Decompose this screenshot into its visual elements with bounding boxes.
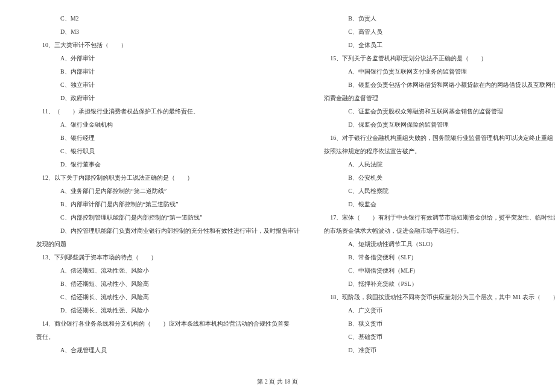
- option-b: B、狭义货币: [324, 317, 555, 330]
- page-container: C、M2 D、M3 10、三大类审计不包括（ ） A、外部审计 B、内部审计 C…: [0, 12, 555, 365]
- option-c: C、高管人员: [324, 25, 555, 39]
- option-b: B、银行经理: [36, 131, 300, 145]
- question-15: 15、下列关于各监管机构职责划分说法不正确的是（ ）: [324, 52, 555, 65]
- option-b-cont: 消费金融的监督管理: [324, 92, 555, 105]
- option-b: B、偿还期短、流动性小、风险高: [36, 277, 300, 291]
- option-c: C、银行职员: [36, 145, 300, 158]
- option-c: C、证监会负责股权众筹融资和互联网基金销售的监督管理: [324, 105, 555, 118]
- option-a: A、人民法院: [324, 158, 555, 171]
- option-d: D、银监会: [324, 198, 555, 211]
- question-13: 13、下列哪些属于资本市场的特点（ ）: [36, 251, 300, 264]
- option-a: A、中国银行负责互联网支付业务的监督管理: [324, 65, 555, 78]
- right-column: B、负责人 C、高管人员 D、全体员工 15、下列关于各监管机构职责划分说法不正…: [312, 12, 555, 365]
- option-d: D、保监会负责互联网保险的监督管理: [324, 118, 555, 131]
- question-10: 10、三大类审计不包括（ ）: [36, 39, 300, 52]
- option-c: C、基础货币: [324, 330, 555, 344]
- option-b: B、银监会负责包括个体网络借贷和网络小额贷款在内的网络借贷以及互联网信托和互联网: [324, 78, 555, 92]
- page-footer: 第 2 页 共 18 页: [0, 378, 555, 386]
- option-a: A、业务部门是内部控制的“第二道防线”: [36, 185, 300, 198]
- option-a: A、偿还期短、流动性强、风险小: [36, 264, 300, 277]
- option-a: A、银行业金融机构: [36, 118, 300, 131]
- option-b: B、公安机关: [324, 171, 555, 185]
- option-c: C、M2: [36, 12, 300, 25]
- question-18: 18、现阶段，我国按流动性不同将货币供应量划分为三个层次，其中 M1 表示（ ）: [324, 291, 555, 304]
- option-d: D、全体员工: [324, 39, 555, 52]
- question-11: 11、（ ）承担银行业消费者权益保护工作的最终责任。: [36, 105, 300, 118]
- left-column: C、M2 D、M3 10、三大类审计不包括（ ） A、外部审计 B、内部审计 C…: [24, 12, 312, 365]
- option-c: C、内部控制管理职能部门是内部控制的“第一道防线”: [36, 211, 300, 224]
- question-17: 17、宋体（ ）有利于中央银行有效调节市场短期资金供给，熨平突发性、临时性因素导…: [324, 211, 555, 224]
- option-d-cont: 发现的问题: [36, 238, 300, 251]
- option-a: A、广义货币: [324, 304, 555, 317]
- option-d: D、政府审计: [36, 92, 300, 105]
- option-b: B、内部审计部门是内部控制的“第三道防线”: [36, 198, 300, 211]
- question-16: 16、对于银行业金融机构重组失败的，国务院银行业监督管理机构可以决定终止重组，由…: [324, 131, 555, 145]
- question-12: 12、以下关于内部控制的职责分工说法正确的是（ ）: [36, 171, 300, 185]
- option-d: D、偿还期长、流动性强、风险小: [36, 304, 300, 317]
- question-16-cont: 按照法律规定的程序依法宣告破产。: [324, 145, 555, 158]
- option-c: C、偿还期长、流动性小、风险高: [36, 291, 300, 304]
- option-c: C、中期借贷便利（MLF）: [324, 264, 555, 277]
- option-d: D、准货币: [324, 344, 555, 357]
- question-14: 14、商业银行各业务条线和分支机构的（ ）应对本条线和本机构经营活动的合规性负首…: [36, 317, 300, 330]
- option-b: B、内部审计: [36, 65, 300, 78]
- option-b: B、负责人: [324, 12, 555, 25]
- option-a: A、短期流动性调节工具（SLO）: [324, 238, 555, 251]
- question-14-cont: 责任。: [36, 330, 300, 344]
- question-17-cont: 的市场资金供求大幅波动，促进金融市场平稳运行。: [324, 224, 555, 238]
- option-a: A、外部审计: [36, 52, 300, 65]
- option-c: C、独立审计: [36, 78, 300, 92]
- option-d: D、抵押补充贷款（PSL）: [324, 277, 555, 291]
- option-a: A、合规管理人员: [36, 344, 300, 357]
- option-b: B、常备借贷便利（SLF）: [324, 251, 555, 264]
- option-d: D、M3: [36, 25, 300, 39]
- option-d: D、银行董事会: [36, 158, 300, 171]
- option-d: D、内控管理职能部门负责对商业银行内部控制的充分性和有效性进行审计，及时报告审计: [36, 224, 300, 238]
- option-c: C、人民检察院: [324, 185, 555, 198]
